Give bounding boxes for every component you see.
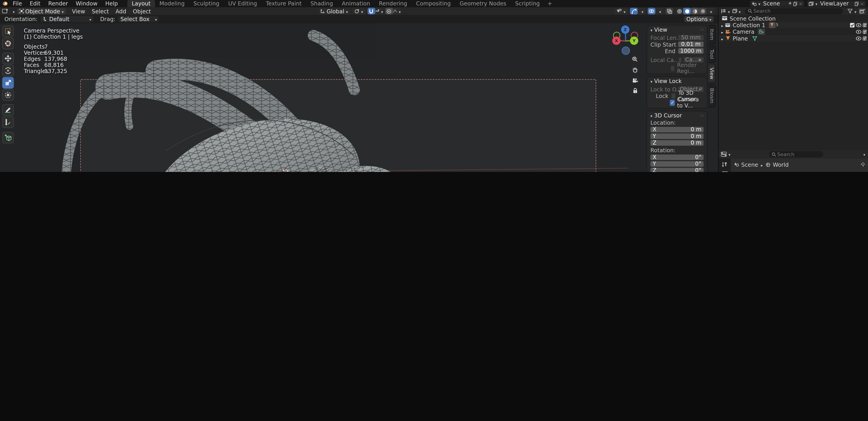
camera-to-view-checkbox[interactable]: ✓ — [670, 99, 675, 106]
transform-orientation-dropdown[interactable]: Global — [318, 8, 350, 14]
disable-render-camera-icon[interactable] — [862, 29, 868, 34]
cursor-rot-x[interactable]: X0° — [650, 154, 704, 160]
outliner-row-scene-collection[interactable]: Scene Collection — [718, 15, 868, 22]
tool-rotate[interactable] — [2, 65, 14, 76]
tool-annotate[interactable] — [2, 104, 14, 116]
workspace-tab-geometry-nodes[interactable]: Geometry Nodes — [455, 0, 511, 7]
pin-icon[interactable] — [788, 2, 793, 5]
workspace-tab-scripting[interactable]: Scripting — [511, 0, 544, 7]
disable-render-camera-icon[interactable] — [862, 36, 868, 41]
tab-render[interactable] — [718, 170, 731, 172]
cursor-loc-z[interactable]: Z0 m — [650, 140, 704, 146]
gizmo-dropdown[interactable] — [638, 8, 645, 14]
properties-search-input[interactable] — [776, 151, 820, 157]
tool-transform[interactable] — [2, 89, 14, 101]
outliner-search-input[interactable] — [752, 8, 840, 14]
shading-dropdown[interactable] — [706, 8, 714, 14]
clip-start-field[interactable]: 0.01 m — [678, 41, 704, 47]
cursor-rot-y[interactable]: Y0° — [650, 161, 704, 167]
workspace-tab-shading[interactable]: Shading — [306, 0, 338, 7]
options-dropdown[interactable]: Options — [684, 16, 714, 22]
object-type-visibility-dropdown[interactable] — [614, 8, 628, 14]
snap-target-dropdown[interactable] — [375, 8, 383, 14]
pivot-point-dropdown[interactable] — [352, 8, 365, 14]
gizmo-z-axis[interactable]: Z — [621, 26, 629, 34]
hide-eye-icon[interactable] — [855, 36, 862, 40]
workspace-tab-rendering[interactable]: Rendering — [374, 0, 411, 7]
menu-window[interactable]: Window — [72, 0, 101, 7]
expand-icon[interactable] — [721, 22, 723, 28]
lock-button[interactable] — [630, 86, 640, 95]
properties-options-dropdown[interactable] — [862, 151, 865, 157]
n-tab-view[interactable]: View — [709, 64, 716, 84]
menu-view[interactable]: View — [69, 8, 88, 14]
filter-funnel-icon[interactable] — [848, 9, 853, 13]
outliner-filter-image-icon[interactable] — [732, 9, 737, 13]
show-overlays-toggle[interactable] — [648, 8, 655, 14]
scene-selector[interactable]: Scene × — [750, 0, 804, 6]
outliner-row-camera[interactable]: Camera — [718, 28, 868, 35]
proportional-falloff-dropdown[interactable] — [393, 8, 401, 14]
menu-help[interactable]: Help — [101, 0, 122, 7]
panel-grip[interactable]: ∷∷ — [700, 27, 704, 32]
panel-grip[interactable]: ∷∷ — [700, 113, 704, 118]
tool-cursor[interactable] — [2, 37, 14, 49]
expand-icon[interactable] — [721, 35, 723, 41]
orientation-dropdown[interactable]: Default — [40, 16, 93, 22]
workspace-tab-modeling[interactable]: Modeling — [155, 0, 189, 7]
gizmo-x-axis[interactable]: X — [612, 37, 621, 45]
snap-toggle[interactable] — [368, 8, 375, 14]
pin-icon[interactable] — [861, 162, 865, 167]
view-layer-selector[interactable]: ViewLayer × — [807, 0, 866, 6]
exclude-checkbox[interactable] — [849, 22, 855, 27]
clear-icon[interactable]: × — [698, 57, 702, 62]
render-region-checkbox[interactable] — [671, 65, 675, 71]
workspace-tab-uv-editing[interactable]: UV Editing — [224, 0, 261, 7]
proportional-edit-toggle[interactable] — [385, 8, 393, 14]
cursor-loc-y[interactable]: Y0 m — [650, 133, 704, 139]
shading-rendered-button[interactable] — [699, 8, 706, 14]
tool-move[interactable] — [2, 53, 14, 64]
n-tab-item[interactable]: Item — [709, 25, 716, 44]
menu-object[interactable]: Object — [129, 8, 154, 14]
cursor-rot-z[interactable]: Z0° — [650, 168, 704, 172]
overlays-dropdown[interactable] — [655, 8, 663, 14]
outliner-row-plane[interactable]: Plane — [718, 35, 868, 41]
remove-icon[interactable]: × — [860, 1, 864, 6]
navigation-gizmo[interactable]: Z X Y — [609, 23, 648, 62]
menu-render[interactable]: Render — [44, 0, 72, 7]
tool-select-box[interactable] — [2, 26, 14, 37]
shading-wireframe-button[interactable] — [675, 8, 683, 14]
menu-add[interactable]: Add — [112, 8, 129, 14]
workspace-tab-sculpting[interactable]: Sculpting — [189, 0, 224, 7]
tool-measure[interactable] — [2, 116, 14, 128]
properties-search[interactable] — [769, 151, 823, 157]
local-camera-field[interactable]: Ca...× — [683, 57, 704, 62]
camera-view-button[interactable] — [630, 76, 640, 85]
shading-solid-button[interactable] — [683, 8, 691, 14]
copy-icon[interactable] — [794, 1, 798, 6]
tool-add-cube[interactable] — [2, 132, 14, 144]
editor-type-3d-viewport-icon[interactable] — [0, 8, 11, 14]
workspace-tab-texture-paint[interactable]: Texture Paint — [261, 0, 306, 7]
to-3d-cursor-checkbox[interactable] — [671, 93, 676, 99]
hide-eye-icon[interactable] — [855, 30, 862, 33]
menu-select[interactable]: Select — [88, 8, 112, 14]
xray-toggle[interactable] — [665, 8, 673, 14]
menu-file[interactable]: File — [9, 0, 26, 7]
properties-editor-icon[interactable] — [721, 152, 727, 157]
copy-icon[interactable] — [855, 1, 859, 6]
zoom-button[interactable] — [630, 55, 640, 64]
outliner-display-mode-icon[interactable] — [721, 9, 726, 13]
show-gizmo-toggle[interactable] — [630, 8, 638, 14]
tab-tool[interactable] — [718, 161, 731, 168]
workspace-tab-compositing[interactable]: Compositing — [412, 0, 455, 7]
viewport-3d[interactable]: Camera Perspective (1) Collection 1 | le… — [0, 23, 718, 172]
outliner-search[interactable] — [745, 8, 843, 14]
tool-scale[interactable] — [2, 77, 14, 88]
breadcrumb-world[interactable]: World — [773, 161, 788, 168]
blender-logo-icon[interactable] — [0, 1, 9, 6]
menu-edit[interactable]: Edit — [26, 0, 44, 7]
focal-length-field[interactable]: 50 mm — [678, 35, 704, 40]
disable-render-camera-icon[interactable] — [862, 22, 868, 27]
